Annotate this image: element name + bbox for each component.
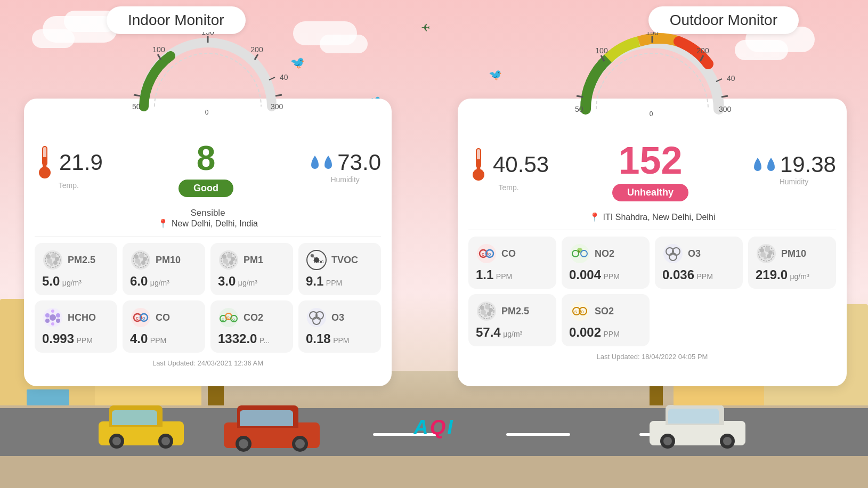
sensor-card-pm2.5: PM2.5 57.4 μg/m³ <box>468 294 556 346</box>
outdoor-gauge: 150 100 200 300 50 0 400 <box>570 32 735 117</box>
outdoor-temp-section: 40.53 Temp. <box>468 146 549 192</box>
indoor-temp-section: 21.9 Temp. <box>35 144 103 190</box>
svg-point-116 <box>484 314 487 317</box>
sensor-unit: P... <box>259 336 270 345</box>
pm-icon <box>42 249 63 271</box>
thermometer-icon-out <box>468 146 489 183</box>
svg-point-108 <box>764 256 767 259</box>
pm-icon <box>756 243 777 264</box>
sensor-card-pm1: PM1 3.0 μg/m³ <box>210 243 293 295</box>
sensor-name: PM10 <box>781 248 806 259</box>
sensor-value: 3.0 <box>218 274 236 288</box>
sensor-unit: PPM <box>604 330 620 338</box>
outdoor-sensors-row2: PM2.5 57.4 μg/m³ S O SO2 0.002 PPM <box>468 294 836 346</box>
sensor-value: 57.4 <box>476 325 501 339</box>
car-yellow <box>99 408 184 445</box>
svg-point-32 <box>138 263 141 266</box>
road-dash <box>240 433 304 436</box>
svg-point-51 <box>56 319 60 323</box>
outdoor-aqi-center: 152 Unhealthy <box>612 136 688 201</box>
aqi-logo: AQI <box>413 416 455 439</box>
sensor-card-o3: O3 0.036 PPM <box>655 237 743 289</box>
drop-icon-out2 <box>765 157 777 173</box>
indoor-location: Sensible 📍 New Delhi, Delhi, India <box>35 202 381 237</box>
o3-icon <box>662 243 684 264</box>
sensor-card-co: C O CO 1.1 PPM <box>468 237 556 289</box>
svg-text:O: O <box>227 316 230 319</box>
indoor-humidity-label: Humidity <box>330 175 359 184</box>
svg-line-44 <box>314 257 315 258</box>
svg-text:TVOC: TVOC <box>313 260 323 264</box>
outdoor-aqi-value: 152 <box>612 141 688 180</box>
bird-icon: 🐦 <box>290 56 305 70</box>
svg-line-3 <box>134 95 140 96</box>
svg-point-101 <box>757 244 776 263</box>
sensor-card-co: C O CO 4.0 PPM <box>123 300 205 353</box>
svg-point-35 <box>222 255 226 259</box>
sensor-value: 6.0 <box>130 274 148 288</box>
svg-point-85 <box>473 169 484 181</box>
indoor-gauge: 150 100 200 300 50 0 400 <box>128 32 288 117</box>
sensor-name: PM2.5 <box>68 255 95 266</box>
humidity-drops-out <box>752 157 777 173</box>
sensor-value: 1332.0 <box>218 331 257 346</box>
sensor-unit: μg/m³ <box>150 279 169 287</box>
svg-point-21 <box>55 257 59 261</box>
sensor-name: CO <box>156 312 170 323</box>
cloud <box>735 40 788 60</box>
indoor-title-text: Indoor Monitor <box>128 12 224 28</box>
sensor-unit: μg/m³ <box>62 279 82 287</box>
sensor-name: TVOC <box>331 255 358 266</box>
co2-icon: C O O <box>218 307 239 328</box>
cloud <box>32 29 75 48</box>
sensor-card-tvoc: TVOC TVOC 9.1 PPM <box>298 243 381 295</box>
sensor-value: 0.993 <box>42 331 74 346</box>
sensor-name: CO <box>501 248 516 259</box>
cloud <box>293 21 357 45</box>
car-white <box>650 407 745 445</box>
building-window <box>27 389 69 405</box>
svg-point-113 <box>489 308 493 312</box>
indoor-aqi-center: 8 Good <box>179 136 233 197</box>
svg-text:O: O <box>232 318 235 321</box>
svg-point-115 <box>487 312 491 316</box>
svg-point-19 <box>46 255 51 259</box>
sensor-unit: μg/m³ <box>790 272 809 281</box>
svg-text:O: O <box>142 316 145 320</box>
svg-point-37 <box>231 257 235 261</box>
svg-point-23 <box>53 261 58 265</box>
indoor-panel-top: 21.9 Temp. 8 Good 73.0 Humi <box>35 109 381 202</box>
sensor-card-hcho: HCHO 0.993 PPM <box>35 300 117 353</box>
co-icon: C O <box>130 307 151 328</box>
svg-text:N: N <box>578 250 580 253</box>
svg-point-17 <box>43 250 62 270</box>
car-red <box>224 405 320 448</box>
sensor-name: PM10 <box>156 255 181 266</box>
svg-text:C: C <box>136 316 139 320</box>
outdoor-title: Outdoor Monitor <box>648 6 799 34</box>
svg-text:400: 400 <box>280 73 288 82</box>
outdoor-humidity-section: 19.38 Humidity <box>752 152 836 186</box>
indoor-location-name: Sensible <box>35 208 381 218</box>
indoor-sensors-row1: PM2.5 5.0 μg/m³ PM10 6.0 μg/m³ <box>35 243 381 295</box>
sensor-unit: μg/m³ <box>238 279 257 287</box>
svg-point-105 <box>768 250 773 255</box>
sensor-unit: PPM <box>326 279 342 287</box>
svg-point-29 <box>143 257 147 261</box>
svg-point-39 <box>229 261 233 265</box>
svg-point-47 <box>50 314 56 321</box>
indoor-temp-label: Temp. <box>59 181 79 190</box>
drop-icon <box>322 154 334 170</box>
svg-point-53 <box>51 322 54 326</box>
svg-text:100: 100 <box>152 45 165 54</box>
road-line <box>0 432 868 435</box>
bird-icon: ✈ <box>421 21 430 34</box>
svg-point-111 <box>480 306 484 310</box>
svg-text:200: 200 <box>696 46 709 55</box>
svg-point-40 <box>226 263 229 266</box>
o3-icon <box>306 307 327 328</box>
sensor-card-pm10: PM10 219.0 μg/m³ <box>748 237 836 289</box>
sensor-value: 4.0 <box>130 331 148 346</box>
indoor-sensors-row2: HCHO 0.993 PPM C O CO 4.0 PPM C <box>35 300 381 353</box>
svg-text:0: 0 <box>650 110 653 117</box>
